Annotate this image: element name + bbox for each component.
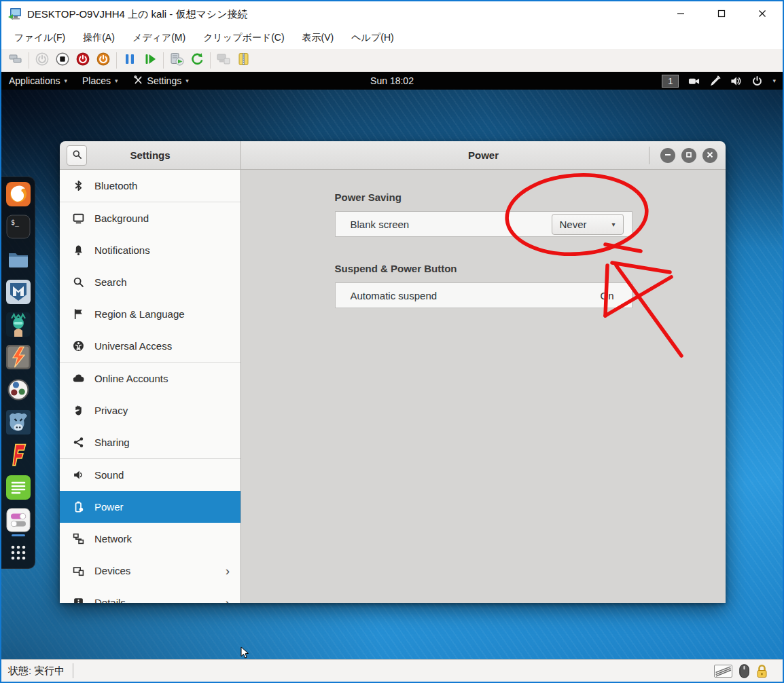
faraday-icon xyxy=(6,443,31,467)
sharing-icon xyxy=(73,437,84,448)
sidebar-item-devices[interactable]: Devices › xyxy=(60,555,240,587)
vm-toolbar-resume-button[interactable] xyxy=(140,51,160,70)
settings-icon xyxy=(6,508,31,532)
devices-icon xyxy=(73,565,84,576)
vm-screen: Applications▾Places▾Settings▾ Sun 18:02 … xyxy=(1,72,783,659)
sidebar-item-details[interactable]: Details › xyxy=(60,587,240,603)
vm-toolbar-shut-down-button[interactable] xyxy=(93,51,113,70)
vm-menu-clipboard[interactable]: クリップボード(C) xyxy=(194,29,293,48)
dock-terminal[interactable]: $_ xyxy=(6,215,31,239)
firefox-icon xyxy=(6,182,31,206)
terminal-icon: $_ xyxy=(6,215,31,239)
show-applications-icon xyxy=(6,540,31,565)
row-automatic-suspend: Automatic suspend On xyxy=(335,282,632,308)
settings-search-button[interactable] xyxy=(67,145,87,166)
vm-menu-view[interactable]: 表示(V) xyxy=(293,29,343,48)
volume-icon[interactable] xyxy=(730,75,742,87)
dock-beef[interactable] xyxy=(6,410,31,435)
sidebar-item-power[interactable]: Power xyxy=(60,491,240,523)
sidebar-item-bluetooth[interactable]: Bluetooth xyxy=(60,170,240,202)
sidebar-item-region-language[interactable]: Region & Language xyxy=(60,298,240,330)
topbar-menu-applications[interactable]: Applications▾ xyxy=(1,72,75,90)
power-icon xyxy=(73,501,84,513)
vm-menu-media[interactable]: メディア(M) xyxy=(124,29,194,48)
vm-toolbar-turn-off-button[interactable] xyxy=(73,51,93,70)
settings-page-title: Power xyxy=(468,149,499,161)
vm-minimize-button[interactable] xyxy=(660,1,701,27)
sidebar-item-background[interactable]: Background xyxy=(60,202,240,234)
dock-firefox[interactable] xyxy=(6,182,31,206)
vm-toolbar-revert-button[interactable] xyxy=(187,51,207,70)
privacy-icon xyxy=(73,405,84,416)
vm-toolbar-start-button[interactable] xyxy=(32,51,52,70)
dock-show-applications[interactable] xyxy=(6,540,31,565)
automatic-suspend-value: On xyxy=(600,290,623,301)
bluetooth-icon xyxy=(73,180,84,191)
settings-minimize-button[interactable] xyxy=(660,148,675,163)
dock-files[interactable] xyxy=(6,247,31,272)
sidebar-item-sound[interactable]: Sound xyxy=(60,459,240,491)
sidebar-item-sharing[interactable]: Sharing xyxy=(60,426,240,458)
pen-icon[interactable] xyxy=(709,75,721,87)
vm-toolbar-stop-button[interactable] xyxy=(52,51,73,70)
sidebar-item-online-accounts[interactable]: Online Accounts xyxy=(60,363,240,394)
topbar-menu-places[interactable]: Places▾ xyxy=(75,72,126,90)
dock-faraday[interactable] xyxy=(6,443,31,467)
search-icon xyxy=(73,276,84,288)
vm-close-button[interactable] xyxy=(742,1,783,27)
power-menu-icon[interactable] xyxy=(751,75,763,87)
vm-toolbar-pause-button[interactable] xyxy=(120,51,140,70)
vm-status-text: 状態: 実行中 xyxy=(8,665,65,678)
vm-toolbar-add-device-button[interactable] xyxy=(213,51,234,70)
maximize-icon xyxy=(685,150,692,160)
statusbar-icons xyxy=(714,664,768,678)
maximize-icon xyxy=(717,10,726,20)
vm-toolbar-checkpoint-button[interactable] xyxy=(166,51,187,70)
hyperv-app-icon xyxy=(7,7,22,22)
vm-toolbar-ctrl-alt-del-button[interactable] xyxy=(5,51,26,70)
shut-down-icon xyxy=(96,52,111,69)
mouse-icon xyxy=(739,664,749,678)
settings-sidebar-title: Settings xyxy=(130,149,170,161)
chevron-down-icon: ▾ xyxy=(611,221,615,228)
screen-recorder-icon[interactable] xyxy=(688,75,700,87)
sidebar-item-network[interactable]: Network xyxy=(60,523,240,555)
close-icon xyxy=(758,10,766,20)
chevron-down-icon[interactable]: ▾ xyxy=(772,77,776,84)
notes-icon xyxy=(6,475,31,500)
dock-maltego[interactable] xyxy=(6,377,31,402)
blank-screen-dropdown[interactable]: Never▾ xyxy=(552,214,624,235)
header-separator xyxy=(649,147,649,164)
dock-armitage[interactable] xyxy=(6,312,31,337)
settings-maximize-button[interactable] xyxy=(681,148,696,163)
vm-maximize-button[interactable] xyxy=(701,1,742,27)
topbar-menu-settings[interactable]: Settings▾ xyxy=(126,72,196,90)
resume-icon xyxy=(143,52,158,69)
vm-menu-file[interactable]: ファイル(F) xyxy=(5,29,74,48)
dock-burpsuite[interactable] xyxy=(6,345,31,369)
settings-close-button[interactable] xyxy=(702,148,717,163)
sidebar-item-notifications[interactable]: Notifications xyxy=(60,234,240,266)
dock-settings[interactable] xyxy=(6,508,31,532)
sidebar-item-search[interactable]: Search xyxy=(60,266,240,298)
dock-metasploit[interactable] xyxy=(6,280,31,304)
dock-notes[interactable] xyxy=(6,475,31,500)
vm-menu-action[interactable]: 操作(A) xyxy=(74,29,124,48)
lock-icon xyxy=(756,664,768,678)
region-icon xyxy=(73,308,84,320)
tray-icons xyxy=(688,75,763,87)
sidebar-item-privacy[interactable]: Privacy xyxy=(60,394,240,426)
topbar-menus: Applications▾Places▾Settings▾ xyxy=(1,72,196,90)
mouse-cursor xyxy=(240,646,249,659)
sidebar-item-universal-access[interactable]: Universal Access xyxy=(60,330,240,362)
stop-icon xyxy=(55,52,70,69)
add-device-icon xyxy=(216,52,231,69)
workspace-indicator[interactable]: 1 xyxy=(662,75,679,88)
vm-menu-help[interactable]: ヘルプ(H) xyxy=(342,29,402,48)
running-indicator xyxy=(12,534,25,536)
keyboard-icon xyxy=(714,665,732,678)
vm-titlebar: DESKTOP-O9VJHH4 上の kali - 仮想マシン接続 xyxy=(1,1,783,27)
desktop[interactable]: $_ Settings Power Bluet xyxy=(1,90,783,659)
tools-icon xyxy=(133,75,143,87)
vm-toolbar-enhanced-session-button[interactable] xyxy=(234,51,254,70)
